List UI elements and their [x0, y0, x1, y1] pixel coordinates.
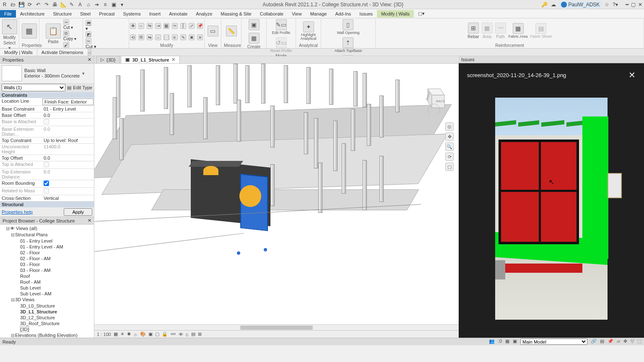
3d-canvas[interactable]: BACK RIGHT ◎ ✥ 🔍 ⟳ ▢ — [94, 64, 459, 324]
properties-tool[interactable]: ▦ — [22, 23, 37, 39]
minimize-icon[interactable]: ━ — [626, 2, 628, 8]
tab-massing[interactable]: Massing & Site — [216, 10, 255, 18]
view-cube[interactable]: BACK RIGHT — [419, 85, 449, 114]
edit-type-button[interactable]: Edit Type — [73, 85, 92, 90]
move-icon[interactable]: ✥ — [130, 23, 136, 29]
wall-opening-tool[interactable]: ▯Wall Opening — [337, 19, 360, 35]
steering-wheel-icon[interactable]: ◎ — [445, 122, 454, 131]
filter-icon[interactable]: ▽ — [631, 339, 634, 345]
crop-region-icon[interactable]: ▢ — [155, 331, 159, 337]
horizontal-scrollbar[interactable] — [94, 324, 459, 330]
plan-sub[interactable]: Sub Level — [0, 285, 94, 291]
elevations-node[interactable]: ⊟Elevations (Building Elevation) — [0, 332, 94, 338]
top-offset-field[interactable]: 0.0 — [42, 155, 94, 161]
area-tool[interactable]: ▦Area — [482, 23, 493, 39]
plan-02-am[interactable]: 02 - Floor - AM — [0, 256, 94, 261]
plan-01-am[interactable]: 01 - Entry Level - AM — [0, 244, 94, 250]
project-browser-title[interactable]: Project Browser - College Structure ✕ — [0, 217, 94, 225]
cloud-icon[interactable]: ☁ — [551, 2, 556, 8]
plan-sub-am[interactable]: Sub Level - AM — [0, 291, 94, 297]
pen-icon[interactable]: ✎ — [180, 34, 186, 40]
base-offset-field[interactable]: 0.0 — [42, 112, 94, 118]
project-tree[interactable]: ⊟👁 Views (all) ⊟Structural Plans 01 - En… — [0, 225, 94, 338]
structural-plans-node[interactable]: ⊟Structural Plans — [0, 232, 94, 238]
constraints-icon[interactable]: ⊞ — [198, 331, 202, 337]
highlight-analytical-tool[interactable]: ✦Highlight Analytical — [299, 21, 318, 41]
close-issue-icon[interactable]: ✕ — [628, 70, 636, 80]
ribbon-play-icon[interactable]: ▢▾ — [414, 10, 429, 18]
modify-tool[interactable]: ↖Modify — [2, 19, 17, 40]
delete-icon[interactable]: ✕ — [197, 34, 203, 40]
top-constraint-field[interactable]: Up to level: Roof — [42, 137, 94, 143]
apply-button[interactable]: Apply — [64, 208, 92, 216]
print-icon[interactable]: 🖶 — [52, 2, 58, 8]
tab-structure[interactable]: Structure — [49, 10, 76, 18]
view-l1[interactable]: 3D_L1_Structure — [0, 309, 94, 315]
detail-icon[interactable]: ▦ — [114, 331, 118, 337]
background-icon[interactable]: ⬚ — [637, 339, 641, 345]
view-l2[interactable]: 3D_L2_Structure — [0, 315, 94, 321]
shadows-icon[interactable]: ☼ — [133, 332, 138, 337]
mirror-icon[interactable]: ⇋ — [147, 23, 153, 29]
maximize-icon[interactable]: ▢ — [631, 2, 636, 8]
sync-icon[interactable]: ⟳ — [27, 2, 33, 8]
pin-icon[interactable]: 📌 — [197, 23, 203, 29]
view-default3d[interactable]: {3D} — [0, 326, 94, 332]
measure-icon2[interactable]: 📏 — [226, 26, 237, 36]
close-icon[interactable]: ✕ — [88, 57, 91, 62]
dimension-icon[interactable]: ✎ — [69, 2, 75, 8]
array2-icon[interactable]: ⋮⋮ — [164, 34, 169, 40]
plan-03[interactable]: 03 - Floor — [0, 261, 94, 267]
orbit-icon[interactable]: ⟳ — [445, 153, 454, 161]
disp-icon[interactable]: ▤ — [191, 331, 195, 337]
close-inactive-icon[interactable]: ▣ — [111, 2, 117, 8]
select-pinned-icon[interactable]: 📌 — [608, 339, 613, 345]
split2-icon[interactable]: ⎮ — [180, 23, 186, 29]
help-icon[interactable]: ?▾ — [613, 2, 618, 8]
base-constraint-field[interactable]: 01 - Entry Level — [42, 106, 94, 112]
matchtype-tool[interactable]: 🖌 — [63, 42, 76, 48]
paste-tool[interactable]: 📋Paste — [46, 23, 61, 44]
trim-icon[interactable]: ✂ — [172, 23, 178, 29]
tab-steel[interactable]: Steel — [76, 10, 95, 18]
path-tool[interactable]: 〰Path — [495, 23, 506, 39]
select-underlay-icon[interactable]: ▤ — [600, 339, 604, 345]
attach-tool[interactable]: ⇡Attach Top/Base — [335, 37, 362, 53]
temp-hide-icon[interactable]: 👓 — [170, 331, 176, 337]
properties-help-link[interactable]: Properties help — [2, 209, 33, 215]
navigation-bar[interactable]: ◎ ✥ 🔍 ⟳ ▢ — [445, 122, 454, 171]
property-grid[interactable]: Constraints Location LineFinish Face: Ex… — [0, 92, 94, 207]
3d-views-node[interactable]: ⊟3D Views — [0, 297, 94, 303]
offset-icon[interactable]: ↔ — [138, 23, 144, 29]
view-tab-l1[interactable]: ▣3D_L1_Structure✕ — [121, 56, 180, 63]
fabric-sheet-tool[interactable]: ▤Fabric Sheet — [530, 23, 552, 39]
properties-palette-title[interactable]: Properties ✕ — [0, 56, 94, 64]
cross-section-field[interactable]: Vertical — [42, 195, 94, 201]
tab-file[interactable]: File — [0, 10, 16, 18]
view-tab-3d[interactable]: ▷{3D} — [96, 56, 120, 63]
tab-issues[interactable]: Issues — [355, 10, 377, 18]
align-icon[interactable]: ⇥ — [155, 23, 161, 29]
open-icon[interactable]: 🗁 — [10, 2, 16, 8]
main-model-select[interactable]: Main Model — [520, 339, 587, 345]
keyhole-icon[interactable]: 🔑 — [541, 2, 548, 8]
tab-manage[interactable]: Manage — [306, 10, 331, 18]
tab-insert[interactable]: Insert — [145, 10, 165, 18]
rebar-tool[interactable]: ⊞Rebar — [467, 23, 479, 39]
save-icon[interactable]: 💾 — [18, 2, 24, 8]
view-roof[interactable]: 3D_Roof_Structure — [0, 321, 94, 326]
thin-lines-icon[interactable]: ≡ — [102, 2, 108, 8]
reset-profile-tool[interactable]: ↺▭Reset Profile — [270, 37, 292, 53]
tab-view[interactable]: View — [288, 10, 306, 18]
copy-tool[interactable]: ⧉ Copy ▾ — [63, 31, 76, 41]
3d-icon[interactable]: ⌂ — [86, 2, 91, 8]
lock3d-icon[interactable]: 🔒 — [162, 331, 168, 337]
tab-collaborate[interactable]: Collaborate — [256, 10, 288, 18]
tab-architecture[interactable]: Architecture — [16, 10, 49, 18]
room-bounding-check[interactable] — [42, 180, 94, 187]
zoom-icon[interactable]: 🔍 — [445, 142, 454, 151]
activate-dimensions-button[interactable]: Activate Dimensions — [37, 49, 88, 56]
copy2-icon[interactable]: ⧉ — [138, 34, 144, 40]
plan-roof[interactable]: Roof — [0, 273, 94, 279]
measure-icon[interactable]: 📐 — [60, 2, 66, 8]
